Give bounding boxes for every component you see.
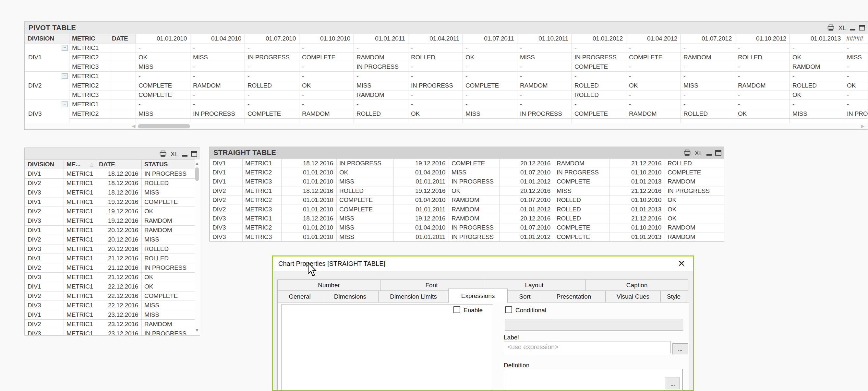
straight-cell[interactable]: 01.07.2010 <box>499 195 554 204</box>
pivot-metric-cell[interactable]: METRIC1 <box>69 100 109 109</box>
pivot-value-cell[interactable]: - <box>300 62 354 72</box>
pivot-value-cell[interactable]: IN PROGRESS <box>844 109 868 119</box>
status-caption-bar[interactable]: XL <box>25 148 200 160</box>
straight-cell[interactable]: 01.01.2013 <box>610 232 665 241</box>
straight-cell[interactable]: MISS <box>337 214 394 223</box>
tab-style[interactable]: Style <box>660 291 687 302</box>
pivot-value-cell[interactable]: - <box>790 100 844 109</box>
pivot-value-cell[interactable]: OK <box>844 81 868 91</box>
straight-cell[interactable]: DIV1 <box>210 159 243 168</box>
pivot-value-cell[interactable]: ROLLED <box>572 81 626 91</box>
status-cell[interactable]: 21.12.2016 <box>96 254 142 263</box>
tab-presentation[interactable]: Presentation <box>542 291 606 302</box>
pivot-metric-cell[interactable]: METRIC3 <box>69 62 109 72</box>
status-cell[interactable]: OK <box>142 273 195 282</box>
straight-cell[interactable]: 19.12.2016 <box>394 159 449 168</box>
status-cell[interactable]: METRIC1 <box>64 197 96 207</box>
pivot-value-cell[interactable]: MISS <box>354 81 408 91</box>
pivot-value-cell[interactable]: - <box>190 91 245 100</box>
pivot-value-cell[interactable] <box>408 119 463 123</box>
pivot-value-cell[interactable]: - <box>190 43 245 53</box>
pivot-metric-cell[interactable]: METRIC1 <box>69 72 109 81</box>
pivot-horizontal-scrollbar[interactable]: ◀ ▶ <box>25 123 868 129</box>
pivot-value-cell[interactable]: - <box>626 100 681 109</box>
pivot-value-cell[interactable]: - <box>681 72 735 81</box>
pivot-value-cell[interactable]: - <box>136 72 190 81</box>
straight-cell[interactable]: RAMDOM <box>665 223 724 232</box>
status-cell[interactable]: METRIC1 <box>64 178 96 188</box>
pivot-value-cell[interactable]: - <box>572 43 626 53</box>
status-cell[interactable]: 19.12.2016 <box>96 207 142 216</box>
print-icon[interactable] <box>159 151 167 157</box>
pivot-value-cell[interactable]: - <box>136 100 190 109</box>
straight-cell[interactable]: 01.01.2011 <box>394 177 449 186</box>
maximize-icon[interactable] <box>191 151 197 157</box>
straight-cell[interactable]: DIV3 <box>210 223 243 232</box>
straight-cell[interactable]: 21.12.2016 <box>610 214 665 223</box>
straight-cell[interactable]: 01.01.2012 <box>499 232 554 241</box>
pivot-value-cell[interactable]: IN PROGRESS <box>190 109 245 119</box>
collapse-icon[interactable]: − <box>62 101 68 107</box>
pivot-value-cell[interactable]: OK <box>626 81 681 91</box>
straight-cell[interactable]: 01.10.2010 <box>610 195 665 204</box>
pivot-value-cell[interactable]: - <box>517 62 572 72</box>
pivot-column-header[interactable]: DATE <box>109 34 136 43</box>
minimize-icon[interactable] <box>182 151 187 157</box>
pivot-value-cell[interactable]: MISS <box>190 53 245 62</box>
pivot-value-cell[interactable]: OK <box>790 53 844 62</box>
pivot-value-cell[interactable]: MISS <box>844 53 868 62</box>
pivot-column-header[interactable]: METRIC <box>69 34 109 43</box>
pivot-date-header[interactable]: 01.01.2010 <box>136 34 190 43</box>
straight-cell[interactable]: IN PROGRESS <box>449 177 499 186</box>
pivot-value-cell[interactable]: - <box>844 43 868 53</box>
straight-cell[interactable]: DIV1 <box>210 177 243 186</box>
straight-cell[interactable]: 01.01.2013 <box>610 177 665 186</box>
status-cell[interactable]: DIV1 <box>25 169 64 178</box>
pivot-value-cell[interactable]: MISS <box>681 81 735 91</box>
status-cell[interactable]: DIV2 <box>25 178 64 188</box>
pivot-value-cell[interactable]: MISS <box>136 109 190 119</box>
straight-cell[interactable]: 01.04.2010 <box>394 168 449 177</box>
pivot-value-cell[interactable]: - <box>626 91 681 100</box>
pivot-value-cell[interactable] <box>136 119 190 123</box>
pivot-value-cell[interactable]: ROLLED <box>245 81 300 91</box>
expression-listbox[interactable] <box>282 304 493 391</box>
label-ellipsis-button[interactable]: ... <box>673 343 688 354</box>
straight-cell[interactable]: 01.01.2010 <box>282 204 337 214</box>
pivot-value-cell[interactable]: - <box>681 100 735 109</box>
pivot-value-cell[interactable]: ROLLED <box>681 109 735 119</box>
straight-cell[interactable]: 01.07.2010 <box>499 223 554 232</box>
pivot-date-header[interactable]: 01.01.2011 <box>354 34 408 43</box>
pivot-value-cell[interactable]: - <box>463 62 517 72</box>
pivot-value-cell[interactable]: ROLLED <box>408 53 463 62</box>
pivot-value-cell[interactable] <box>844 119 868 123</box>
status-cell[interactable]: ROLLED <box>142 245 195 254</box>
status-cell[interactable]: ROLLED <box>142 254 195 263</box>
pivot-value-cell[interactable] <box>300 119 354 123</box>
straight-cell[interactable]: RAMDOM <box>449 204 499 214</box>
tab-expressions[interactable]: Expressions <box>448 289 508 303</box>
pivot-value-cell[interactable]: - <box>844 72 868 81</box>
pivot-value-cell[interactable]: RAMDOM <box>790 62 844 72</box>
pivot-value-cell[interactable] <box>681 119 735 123</box>
straight-cell[interactable]: 19.12.2016 <box>394 214 449 223</box>
pivot-date-dim-cell[interactable] <box>109 53 136 62</box>
status-cell[interactable]: 22.12.2016 <box>96 282 142 291</box>
pivot-value-cell[interactable]: - <box>681 43 735 53</box>
status-cell[interactable]: 21.12.2016 <box>96 273 142 282</box>
straight-cell[interactable]: 01.04.2010 <box>394 195 449 204</box>
pivot-value-cell[interactable]: - <box>517 43 572 53</box>
pivot-metric-cell[interactable]: METRIC1 <box>69 43 109 53</box>
status-cell[interactable]: RAMDOM <box>142 226 195 235</box>
straight-cell[interactable]: IN PROGRESS <box>449 232 499 241</box>
maximize-icon[interactable] <box>715 150 721 156</box>
status-column-header[interactable]: STATUS <box>142 160 195 169</box>
pivot-value-cell[interactable]: - <box>136 43 190 53</box>
pivot-value-cell[interactable]: - <box>408 72 463 81</box>
straight-cell[interactable]: RAMDOM <box>665 232 724 241</box>
straight-cell[interactable]: METRIC2 <box>243 168 282 177</box>
straight-cell[interactable]: 21.12.2016 <box>610 187 665 195</box>
straight-cell[interactable]: IN PROGRESS <box>449 223 499 232</box>
straight-cell[interactable]: 01.01.2010 <box>282 223 337 232</box>
pivot-value-cell[interactable]: - <box>408 43 463 53</box>
